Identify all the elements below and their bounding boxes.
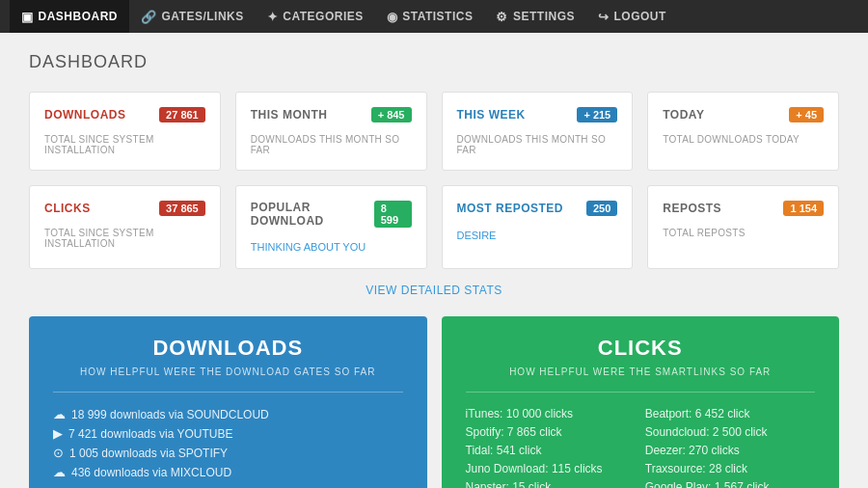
card-badge-this-week: + 215 — [577, 107, 617, 122]
card-subtitle-downloads: TOTAL SINCE SYSTEM INSTALLATION — [44, 134, 205, 155]
card-badge-popular-download: 8 599 — [374, 201, 412, 228]
nav-label-statistics: STATISTICS — [402, 10, 473, 23]
card-title-clicks: CLICKS — [44, 202, 91, 215]
cards-row-2: CLICKS 37 865 TOTAL SINCE SYSTEM INSTALL… — [29, 185, 839, 269]
list-item: Napster: 15 click — [466, 480, 636, 488]
nav-label-gates-links: GATES/LINKS — [162, 10, 244, 23]
card-link-popular-download[interactable]: THINKING ABOUT YOU — [251, 241, 366, 253]
downloads-panel-title: DOWNLOADS — [53, 336, 403, 361]
card-subtitle-this-week: DOWNLOADS THIS MONTH SO FAR — [457, 134, 618, 155]
nav-item-statistics[interactable]: ◉STATISTICS — [375, 0, 485, 33]
card-badge-downloads: 27 861 — [159, 107, 205, 122]
card-title-reposts: REPOSTS — [663, 202, 721, 215]
card-reposts: REPOSTS 1 154 TOTAL REPOSTS — [647, 185, 839, 269]
nav-label-logout: LOGOUT — [613, 10, 665, 23]
nav-item-gates-links[interactable]: 🔗GATES/LINKS — [129, 0, 256, 33]
list-item: Soundcloud: 2 500 click — [645, 425, 815, 439]
list-item: Juno Download: 115 clicks — [466, 462, 636, 475]
clicks-col-1: iTunes: 10 000 clicksSpotify: 7 865 clic… — [466, 407, 636, 488]
card-link-most-reposted[interactable]: DESIRE — [457, 230, 497, 241]
logout-icon: ↪ — [598, 10, 610, 24]
card-badge-reposts: 1 154 — [783, 201, 824, 216]
list-item: ⊙1 005 downloads via SPOTIFY — [53, 446, 403, 460]
platform-icon: ⊙ — [53, 446, 64, 460]
card-title-popular-download: POPULAR DOWNLOAD — [251, 201, 374, 228]
list-item: Traxsource: 28 click — [645, 462, 815, 475]
card-subtitle-clicks: TOTAL SINCE SYSTEM INSTALLATION — [44, 228, 205, 249]
list-text: 1 005 downloads via SPOTIFY — [69, 447, 228, 460]
main-nav: ▣DASHBOARD🔗GATES/LINKS✦CATEGORIES◉STATIS… — [0, 0, 868, 33]
list-item: Deezer: 270 clicks — [645, 444, 815, 457]
dashboard-icon: ▣ — [21, 10, 34, 24]
platform-icon: ☁ — [53, 407, 66, 421]
card-clicks: CLICKS 37 865 TOTAL SINCE SYSTEM INSTALL… — [29, 185, 221, 269]
detailed-stats-link[interactable]: VIEW DETAILED STATS — [29, 284, 839, 297]
bottom-panels: DOWNLOADS HOW HELPFUL WERE THE DOWNLOAD … — [29, 316, 839, 488]
list-text: 7 421 downloads via YOUTUBE — [68, 427, 233, 441]
card-subtitle-reposts: TOTAL REPOSTS — [663, 228, 824, 238]
clicks-col-2: Beatport: 6 452 clickSoundcloud: 2 500 c… — [645, 407, 815, 488]
list-item: Tidal: 541 click — [466, 444, 636, 457]
list-item: ☁436 downloads via MIXCLOUD — [53, 465, 403, 479]
list-item: ▶7 421 downloads via YOUTUBE — [53, 426, 403, 441]
nav-label-dashboard: DASHBOARD — [39, 10, 119, 23]
list-item: ☁18 999 downloads via SOUNDCLOUD — [53, 407, 403, 421]
card-popular-download: POPULAR DOWNLOAD 8 599 THINKING ABOUT YO… — [235, 185, 427, 269]
clicks-panel-title: CLICKS — [466, 336, 816, 361]
main-content: DASHBOARD DOWNLOADS 27 861 TOTAL SINCE S… — [0, 33, 868, 488]
list-item: Beatport: 6 452 click — [645, 407, 815, 420]
card-title-today: TODAY — [663, 108, 704, 122]
list-item: Spotify: 7 865 click — [466, 425, 636, 439]
downloads-list: ☁18 999 downloads via SOUNDCLOUD▶7 421 d… — [53, 407, 403, 479]
nav-item-logout[interactable]: ↪LOGOUT — [586, 0, 678, 33]
clicks-panel-subtitle: HOW HELPFUL WERE THE SMARTLINKS SO FAR — [466, 366, 816, 377]
card-badge-clicks: 37 865 — [159, 201, 205, 216]
card-this-week: THIS WEEK + 215 DOWNLOADS THIS MONTH SO … — [442, 92, 634, 171]
card-title-this-month: THIS MONTH — [251, 108, 328, 122]
downloads-panel-subtitle: HOW HELPFUL WERE THE DOWNLOAD GATES SO F… — [53, 366, 403, 377]
list-text: 18 999 downloads via SOUNDCLOUD — [71, 408, 269, 421]
clicks-panel: CLICKS HOW HELPFUL WERE THE SMARTLINKS S… — [442, 316, 840, 488]
page-title: DASHBOARD — [29, 52, 839, 72]
gates-links-icon: 🔗 — [141, 10, 157, 24]
platform-icon: ▶ — [53, 426, 63, 441]
card-badge-today: + 45 — [789, 107, 824, 122]
card-title-this-week: THIS WEEK — [457, 108, 526, 122]
card-title-downloads: DOWNLOADS — [44, 108, 126, 122]
nav-item-categories[interactable]: ✦CATEGORIES — [256, 0, 375, 33]
card-subtitle-today: TOTAL DOWNLOADS TODAY — [663, 134, 824, 145]
nav-label-categories: CATEGORIES — [283, 10, 363, 23]
card-downloads: DOWNLOADS 27 861 TOTAL SINCE SYSTEM INST… — [29, 92, 221, 171]
card-badge-this-month: + 845 — [371, 107, 412, 122]
list-text: 436 downloads via MIXCLOUD — [71, 466, 231, 479]
card-title-most-reposted: MOST REPOSTED — [457, 202, 564, 215]
statistics-icon: ◉ — [387, 10, 398, 24]
card-today: TODAY + 45 TOTAL DOWNLOADS TODAY — [647, 92, 839, 171]
card-most-reposted: MOST REPOSTED 250 DESIRE — [442, 185, 634, 269]
card-this-month: THIS MONTH + 845 DOWNLOADS THIS MONTH SO… — [235, 92, 427, 171]
nav-item-settings[interactable]: ⚙SETTINGS — [484, 0, 586, 33]
downloads-panel: DOWNLOADS HOW HELPFUL WERE THE DOWNLOAD … — [29, 316, 427, 488]
categories-icon: ✦ — [267, 10, 279, 24]
card-badge-most-reposted: 250 — [586, 201, 617, 216]
list-item: Google Play: 1 567 click — [645, 480, 815, 488]
platform-icon: ☁ — [53, 465, 66, 479]
list-item: iTunes: 10 000 clicks — [466, 407, 636, 420]
card-subtitle-this-month: DOWNLOADS THIS MONTH SO FAR — [251, 134, 412, 155]
settings-icon: ⚙ — [496, 10, 508, 24]
clicks-content: iTunes: 10 000 clicksSpotify: 7 865 clic… — [466, 407, 816, 488]
cards-row-1: DOWNLOADS 27 861 TOTAL SINCE SYSTEM INST… — [29, 92, 839, 171]
nav-item-dashboard[interactable]: ▣DASHBOARD — [10, 0, 129, 33]
nav-label-settings: SETTINGS — [513, 10, 575, 23]
